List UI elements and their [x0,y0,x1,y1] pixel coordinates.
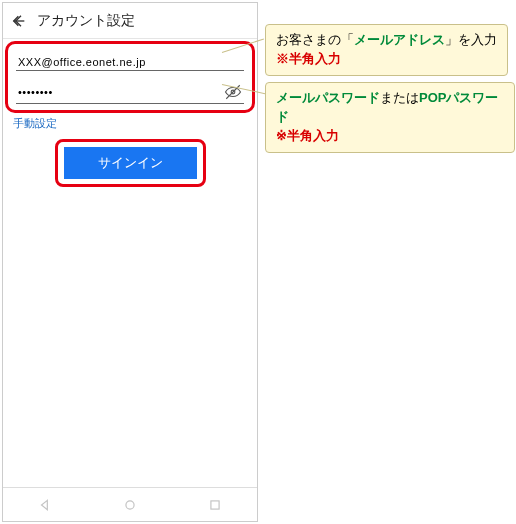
callout-note: ※半角入力 [276,128,339,143]
credentials-form [5,41,255,113]
callout-emphasis: メールアドレス [354,32,445,47]
signin-area: サインイン [3,139,257,187]
callout-text: 」を入力 [445,32,497,47]
signin-button[interactable]: サインイン [64,147,197,179]
callout-note: ※半角入力 [276,51,341,66]
password-field[interactable] [18,86,220,98]
svg-point-2 [126,500,134,508]
email-field-row [16,50,244,71]
password-field-row [16,77,244,104]
svg-rect-3 [211,500,219,508]
nav-home-icon[interactable] [123,498,137,512]
callout-password: メールパスワードまたはPOPパスワード ※半角入力 [265,82,515,153]
nav-back-icon[interactable] [38,498,52,512]
callout-text: お客さまの「 [276,32,354,47]
nav-recent-icon[interactable] [208,498,222,512]
title-bar: アカウント設定 [3,3,257,39]
callout-text: または [380,90,419,105]
phone-frame: アカウント設定 手動設定 サインイン [2,2,258,522]
page-title: アカウント設定 [37,12,135,30]
callout-email: お客さまの「メールアドレス」を入力 ※半角入力 [265,24,508,76]
callout-emphasis: メールパスワード [276,90,380,105]
email-field[interactable] [18,56,242,68]
signin-highlight: サインイン [55,139,206,187]
android-nav-bar [3,487,257,521]
manual-setup-link[interactable]: 手動設定 [3,114,57,131]
back-icon[interactable] [11,13,27,29]
